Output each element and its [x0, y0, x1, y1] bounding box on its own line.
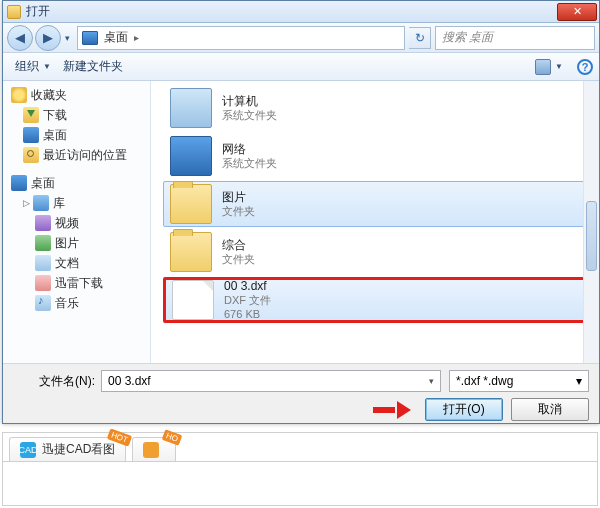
item-name: 综合: [222, 238, 255, 252]
nav-history-dropdown[interactable]: ▾: [61, 25, 73, 51]
tab-secondary[interactable]: HO: [132, 437, 176, 461]
dialog-footer: 文件名(N): 00 3.dxf ▾ *.dxf *.dwg ▾ 打开(O) 取…: [3, 363, 599, 423]
picture-icon: [35, 235, 51, 251]
desktop-icon: [82, 31, 98, 45]
tree-documents[interactable]: 文档: [3, 253, 150, 273]
video-icon: [35, 215, 51, 231]
tree-desktop[interactable]: 桌面: [3, 125, 150, 145]
tree-favorites[interactable]: 收藏夹: [3, 85, 150, 105]
bottom-panel: CAD 迅捷CAD看图 HOT HO: [2, 432, 598, 506]
list-item[interactable]: 计算机 系统文件夹: [163, 85, 591, 131]
item-type: 系统文件夹: [222, 108, 277, 122]
vertical-scrollbar[interactable]: [583, 81, 599, 363]
file-list: 计算机 系统文件夹 网络 系统文件夹 图片 文件夹: [151, 81, 599, 363]
search-input[interactable]: 搜索 桌面: [435, 26, 595, 50]
breadcrumb-location: 桌面: [104, 29, 128, 46]
tree-recent[interactable]: 最近访问的位置: [3, 145, 150, 165]
file-icon: [172, 280, 214, 320]
search-placeholder: 搜索 桌面: [442, 29, 493, 46]
star-icon: [11, 87, 27, 103]
list-item[interactable]: 网络 系统文件夹: [163, 133, 591, 179]
titlebar[interactable]: 打开 ✕: [3, 1, 599, 23]
hot-badge: HO: [162, 429, 183, 445]
recent-icon: [23, 147, 39, 163]
filetype-filter[interactable]: *.dxf *.dwg ▾: [449, 370, 589, 392]
tree-desktop-root[interactable]: 桌面: [3, 173, 150, 193]
item-type: 文件夹: [222, 252, 255, 266]
view-mode-button[interactable]: ▼: [529, 56, 569, 78]
xunlei-icon: [35, 275, 51, 291]
item-type: 文件夹: [222, 204, 255, 218]
chevron-down-icon[interactable]: ▾: [429, 376, 434, 386]
toolbar: 组织▼ 新建文件夹 ▼ ?: [3, 53, 599, 81]
dialog-body: 收藏夹 下载 桌面 最近访问的位置 桌面: [3, 81, 599, 363]
help-button[interactable]: ?: [577, 59, 593, 75]
open-file-dialog: 打开 ✕ ◀ ▶ ▾ 桌面 ▸ ↻ 搜索 桌面 组织▼ 新建文件夹 ▼ ?: [2, 0, 600, 424]
desktop-icon: [23, 127, 39, 143]
item-name: 图片: [222, 190, 255, 204]
folder-icon: [7, 5, 21, 19]
chevron-down-icon: ▼: [43, 62, 51, 71]
list-item[interactable]: 图片 文件夹: [163, 181, 591, 227]
filename-value: 00 3.dxf: [108, 374, 151, 388]
tab-strip: CAD 迅捷CAD看图 HOT HO: [3, 433, 597, 461]
desktop-icon: [11, 175, 27, 191]
item-type: DXF 文件: [224, 293, 271, 307]
app-icon: CAD: [20, 442, 36, 458]
close-button[interactable]: ✕: [557, 3, 597, 21]
item-size: 676 KB: [224, 307, 271, 321]
app-icon: [143, 442, 159, 458]
folder-icon: [170, 232, 212, 272]
filename-input[interactable]: 00 3.dxf ▾: [101, 370, 441, 392]
navbar: ◀ ▶ ▾ 桌面 ▸ ↻ 搜索 桌面: [3, 23, 599, 53]
breadcrumb-separator: ▸: [134, 32, 139, 43]
chevron-down-icon[interactable]: ▾: [576, 374, 582, 388]
tree-music[interactable]: 音乐: [3, 293, 150, 313]
open-button[interactable]: 打开(O): [425, 398, 503, 421]
annotation-arrow: [373, 401, 411, 419]
list-item[interactable]: 综合 文件夹: [163, 229, 591, 275]
view-icon: [535, 59, 551, 75]
computer-icon: [170, 88, 212, 128]
document-icon: [35, 255, 51, 271]
item-type: 系统文件夹: [222, 156, 277, 170]
cancel-button[interactable]: 取消: [511, 398, 589, 421]
tab-body: [3, 461, 597, 507]
tree-xunlei[interactable]: 迅雷下载: [3, 273, 150, 293]
tree-downloads[interactable]: 下载: [3, 105, 150, 125]
music-icon: [35, 295, 51, 311]
tab-cad-viewer[interactable]: CAD 迅捷CAD看图 HOT: [9, 437, 126, 461]
network-icon: [170, 136, 212, 176]
folder-icon: [170, 184, 212, 224]
filter-value: *.dxf *.dwg: [456, 374, 513, 388]
tree-videos[interactable]: 视频: [3, 213, 150, 233]
tree-pictures[interactable]: 图片: [3, 233, 150, 253]
item-name: 00 3.dxf: [224, 279, 271, 293]
dialog-title: 打开: [26, 3, 50, 20]
download-icon: [23, 107, 39, 123]
chevron-down-icon: ▼: [555, 62, 563, 71]
filename-label: 文件名(N):: [13, 373, 101, 390]
new-folder-button[interactable]: 新建文件夹: [57, 56, 129, 78]
organize-button[interactable]: 组织▼: [9, 56, 57, 78]
item-name: 计算机: [222, 94, 277, 108]
library-icon: [33, 195, 49, 211]
navigation-tree: 收藏夹 下载 桌面 最近访问的位置 桌面: [3, 81, 151, 363]
refresh-button[interactable]: ↻: [409, 27, 431, 49]
tab-label: 迅捷CAD看图: [42, 441, 115, 458]
item-name: 网络: [222, 142, 277, 156]
expand-icon[interactable]: ▷: [23, 198, 33, 208]
list-item-highlighted[interactable]: 00 3.dxf DXF 文件 676 KB: [163, 277, 591, 323]
nav-back-button[interactable]: ◀: [7, 25, 33, 51]
scrollbar-thumb[interactable]: [586, 201, 597, 271]
breadcrumb[interactable]: 桌面 ▸: [77, 26, 405, 50]
tree-libraries[interactable]: ▷ 库: [3, 193, 150, 213]
nav-forward-button[interactable]: ▶: [35, 25, 61, 51]
